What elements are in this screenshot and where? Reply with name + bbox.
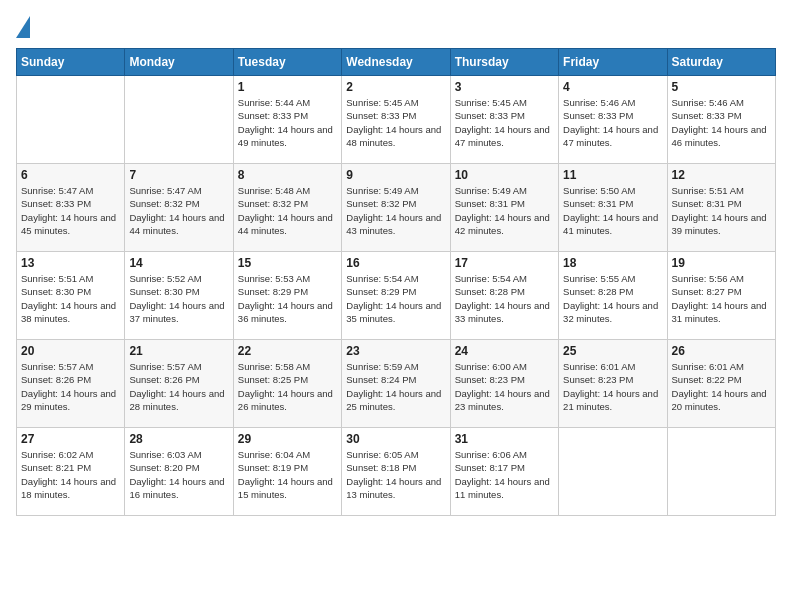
day-number: 9 <box>346 168 445 182</box>
day-number: 16 <box>346 256 445 270</box>
header-cell-saturday: Saturday <box>667 49 775 76</box>
day-info: Sunrise: 5:52 AM Sunset: 8:30 PM Dayligh… <box>129 272 228 325</box>
day-info: Sunrise: 5:57 AM Sunset: 8:26 PM Dayligh… <box>21 360 120 413</box>
day-number: 7 <box>129 168 228 182</box>
day-number: 6 <box>21 168 120 182</box>
day-info: Sunrise: 5:45 AM Sunset: 8:33 PM Dayligh… <box>455 96 554 149</box>
calendar-cell: 19Sunrise: 5:56 AM Sunset: 8:27 PM Dayli… <box>667 252 775 340</box>
day-number: 13 <box>21 256 120 270</box>
calendar-cell: 7Sunrise: 5:47 AM Sunset: 8:32 PM Daylig… <box>125 164 233 252</box>
day-info: Sunrise: 5:55 AM Sunset: 8:28 PM Dayligh… <box>563 272 662 325</box>
day-number: 21 <box>129 344 228 358</box>
calendar-cell: 31Sunrise: 6:06 AM Sunset: 8:17 PM Dayli… <box>450 428 558 516</box>
header-row: SundayMondayTuesdayWednesdayThursdayFrid… <box>17 49 776 76</box>
day-info: Sunrise: 6:00 AM Sunset: 8:23 PM Dayligh… <box>455 360 554 413</box>
calendar-cell: 24Sunrise: 6:00 AM Sunset: 8:23 PM Dayli… <box>450 340 558 428</box>
day-info: Sunrise: 6:04 AM Sunset: 8:19 PM Dayligh… <box>238 448 337 501</box>
day-number: 11 <box>563 168 662 182</box>
day-number: 30 <box>346 432 445 446</box>
calendar-week-0: 1Sunrise: 5:44 AM Sunset: 8:33 PM Daylig… <box>17 76 776 164</box>
calendar-cell: 26Sunrise: 6:01 AM Sunset: 8:22 PM Dayli… <box>667 340 775 428</box>
header-cell-thursday: Thursday <box>450 49 558 76</box>
calendar-cell: 4Sunrise: 5:46 AM Sunset: 8:33 PM Daylig… <box>559 76 667 164</box>
calendar-cell: 3Sunrise: 5:45 AM Sunset: 8:33 PM Daylig… <box>450 76 558 164</box>
day-number: 17 <box>455 256 554 270</box>
day-number: 28 <box>129 432 228 446</box>
calendar-header: SundayMondayTuesdayWednesdayThursdayFrid… <box>17 49 776 76</box>
calendar-table: SundayMondayTuesdayWednesdayThursdayFrid… <box>16 48 776 516</box>
day-info: Sunrise: 6:01 AM Sunset: 8:22 PM Dayligh… <box>672 360 771 413</box>
calendar-week-4: 27Sunrise: 6:02 AM Sunset: 8:21 PM Dayli… <box>17 428 776 516</box>
day-number: 4 <box>563 80 662 94</box>
calendar-cell: 23Sunrise: 5:59 AM Sunset: 8:24 PM Dayli… <box>342 340 450 428</box>
day-info: Sunrise: 5:49 AM Sunset: 8:32 PM Dayligh… <box>346 184 445 237</box>
day-info: Sunrise: 5:44 AM Sunset: 8:33 PM Dayligh… <box>238 96 337 149</box>
calendar-cell: 10Sunrise: 5:49 AM Sunset: 8:31 PM Dayli… <box>450 164 558 252</box>
header-cell-monday: Monday <box>125 49 233 76</box>
calendar-cell: 30Sunrise: 6:05 AM Sunset: 8:18 PM Dayli… <box>342 428 450 516</box>
day-number: 24 <box>455 344 554 358</box>
calendar-cell: 25Sunrise: 6:01 AM Sunset: 8:23 PM Dayli… <box>559 340 667 428</box>
calendar-week-2: 13Sunrise: 5:51 AM Sunset: 8:30 PM Dayli… <box>17 252 776 340</box>
day-info: Sunrise: 5:58 AM Sunset: 8:25 PM Dayligh… <box>238 360 337 413</box>
calendar-cell: 16Sunrise: 5:54 AM Sunset: 8:29 PM Dayli… <box>342 252 450 340</box>
day-info: Sunrise: 5:57 AM Sunset: 8:26 PM Dayligh… <box>129 360 228 413</box>
day-number: 22 <box>238 344 337 358</box>
day-info: Sunrise: 5:53 AM Sunset: 8:29 PM Dayligh… <box>238 272 337 325</box>
day-number: 5 <box>672 80 771 94</box>
calendar-cell: 1Sunrise: 5:44 AM Sunset: 8:33 PM Daylig… <box>233 76 341 164</box>
day-number: 14 <box>129 256 228 270</box>
day-number: 23 <box>346 344 445 358</box>
day-number: 3 <box>455 80 554 94</box>
day-number: 19 <box>672 256 771 270</box>
day-info: Sunrise: 5:48 AM Sunset: 8:32 PM Dayligh… <box>238 184 337 237</box>
day-info: Sunrise: 6:06 AM Sunset: 8:17 PM Dayligh… <box>455 448 554 501</box>
day-number: 25 <box>563 344 662 358</box>
calendar-cell: 12Sunrise: 5:51 AM Sunset: 8:31 PM Dayli… <box>667 164 775 252</box>
day-number: 29 <box>238 432 337 446</box>
day-info: Sunrise: 5:51 AM Sunset: 8:31 PM Dayligh… <box>672 184 771 237</box>
calendar-cell: 15Sunrise: 5:53 AM Sunset: 8:29 PM Dayli… <box>233 252 341 340</box>
calendar-cell: 6Sunrise: 5:47 AM Sunset: 8:33 PM Daylig… <box>17 164 125 252</box>
day-info: Sunrise: 6:03 AM Sunset: 8:20 PM Dayligh… <box>129 448 228 501</box>
day-number: 27 <box>21 432 120 446</box>
calendar-body: 1Sunrise: 5:44 AM Sunset: 8:33 PM Daylig… <box>17 76 776 516</box>
day-info: Sunrise: 5:56 AM Sunset: 8:27 PM Dayligh… <box>672 272 771 325</box>
logo-triangle-icon <box>16 16 30 38</box>
calendar-cell: 22Sunrise: 5:58 AM Sunset: 8:25 PM Dayli… <box>233 340 341 428</box>
day-number: 8 <box>238 168 337 182</box>
calendar-cell: 9Sunrise: 5:49 AM Sunset: 8:32 PM Daylig… <box>342 164 450 252</box>
calendar-cell: 20Sunrise: 5:57 AM Sunset: 8:26 PM Dayli… <box>17 340 125 428</box>
day-number: 10 <box>455 168 554 182</box>
calendar-week-1: 6Sunrise: 5:47 AM Sunset: 8:33 PM Daylig… <box>17 164 776 252</box>
calendar-cell: 11Sunrise: 5:50 AM Sunset: 8:31 PM Dayli… <box>559 164 667 252</box>
day-info: Sunrise: 5:47 AM Sunset: 8:33 PM Dayligh… <box>21 184 120 237</box>
day-number: 1 <box>238 80 337 94</box>
header-cell-friday: Friday <box>559 49 667 76</box>
calendar-cell: 2Sunrise: 5:45 AM Sunset: 8:33 PM Daylig… <box>342 76 450 164</box>
day-info: Sunrise: 5:59 AM Sunset: 8:24 PM Dayligh… <box>346 360 445 413</box>
calendar-cell: 13Sunrise: 5:51 AM Sunset: 8:30 PM Dayli… <box>17 252 125 340</box>
day-info: Sunrise: 5:49 AM Sunset: 8:31 PM Dayligh… <box>455 184 554 237</box>
day-info: Sunrise: 6:01 AM Sunset: 8:23 PM Dayligh… <box>563 360 662 413</box>
day-info: Sunrise: 6:02 AM Sunset: 8:21 PM Dayligh… <box>21 448 120 501</box>
day-number: 12 <box>672 168 771 182</box>
calendar-cell <box>17 76 125 164</box>
page-header <box>16 16 776 38</box>
calendar-cell <box>667 428 775 516</box>
day-info: Sunrise: 5:54 AM Sunset: 8:28 PM Dayligh… <box>455 272 554 325</box>
day-info: Sunrise: 5:54 AM Sunset: 8:29 PM Dayligh… <box>346 272 445 325</box>
calendar-week-3: 20Sunrise: 5:57 AM Sunset: 8:26 PM Dayli… <box>17 340 776 428</box>
logo <box>16 16 36 38</box>
calendar-cell: 17Sunrise: 5:54 AM Sunset: 8:28 PM Dayli… <box>450 252 558 340</box>
day-info: Sunrise: 5:45 AM Sunset: 8:33 PM Dayligh… <box>346 96 445 149</box>
calendar-cell: 27Sunrise: 6:02 AM Sunset: 8:21 PM Dayli… <box>17 428 125 516</box>
calendar-cell: 29Sunrise: 6:04 AM Sunset: 8:19 PM Dayli… <box>233 428 341 516</box>
calendar-cell: 21Sunrise: 5:57 AM Sunset: 8:26 PM Dayli… <box>125 340 233 428</box>
day-info: Sunrise: 5:51 AM Sunset: 8:30 PM Dayligh… <box>21 272 120 325</box>
day-number: 15 <box>238 256 337 270</box>
day-info: Sunrise: 5:50 AM Sunset: 8:31 PM Dayligh… <box>563 184 662 237</box>
header-cell-wednesday: Wednesday <box>342 49 450 76</box>
calendar-cell: 28Sunrise: 6:03 AM Sunset: 8:20 PM Dayli… <box>125 428 233 516</box>
calendar-cell: 8Sunrise: 5:48 AM Sunset: 8:32 PM Daylig… <box>233 164 341 252</box>
